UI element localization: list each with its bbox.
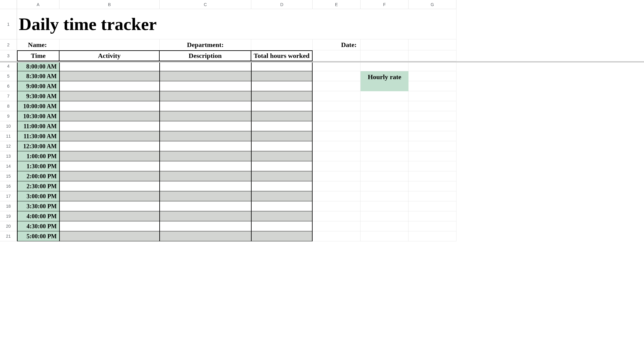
- total-hours-cell[interactable]: [251, 61, 313, 71]
- cell-F19[interactable]: [361, 211, 408, 221]
- cell-G13[interactable]: [408, 151, 456, 161]
- activity-cell[interactable]: [59, 121, 160, 131]
- total-hours-cell[interactable]: [251, 111, 313, 121]
- cell-E20[interactable]: [313, 221, 361, 231]
- cell-G20[interactable]: [408, 221, 456, 231]
- description-cell[interactable]: [160, 131, 251, 141]
- cell-G8[interactable]: [408, 101, 456, 111]
- cell-E21[interactable]: [313, 231, 361, 241]
- time-cell[interactable]: 4:00:00 PM: [17, 211, 59, 221]
- header-description[interactable]: Description: [160, 50, 251, 61]
- spreadsheet-grid[interactable]: A B C D E F G 1 Daily time tracker 2 Nam…: [0, 0, 644, 241]
- row-header-21[interactable]: 21: [0, 231, 17, 241]
- row-header-3[interactable]: 3: [0, 50, 17, 61]
- time-cell[interactable]: 3:00:00 PM: [17, 191, 59, 201]
- activity-cell[interactable]: [59, 71, 160, 81]
- time-cell[interactable]: 4:30:00 PM: [17, 221, 59, 231]
- description-cell[interactable]: [160, 81, 251, 91]
- activity-cell[interactable]: [59, 201, 160, 211]
- activity-cell[interactable]: [59, 151, 160, 161]
- time-cell[interactable]: 2:00:00 PM: [17, 171, 59, 181]
- cell-F3[interactable]: [361, 50, 408, 61]
- row-header-10[interactable]: 10: [0, 121, 17, 131]
- description-cell[interactable]: [160, 221, 251, 231]
- description-cell[interactable]: [160, 201, 251, 211]
- description-cell[interactable]: [160, 101, 251, 111]
- cell-E14[interactable]: [313, 161, 361, 171]
- select-all-corner[interactable]: [0, 0, 17, 9]
- time-cell[interactable]: 8:00:00 AM: [17, 61, 59, 71]
- cell-F2[interactable]: [361, 39, 408, 50]
- activity-cell[interactable]: [59, 191, 160, 201]
- title-cell[interactable]: Daily time tracker: [17, 9, 456, 39]
- cell-F16[interactable]: [361, 181, 408, 191]
- cell-G2[interactable]: [408, 39, 456, 50]
- activity-cell[interactable]: [59, 101, 160, 111]
- cell-E13[interactable]: [313, 151, 361, 161]
- time-cell[interactable]: 2:30:00 PM: [17, 181, 59, 191]
- cell-E19[interactable]: [313, 211, 361, 221]
- description-cell[interactable]: [160, 171, 251, 181]
- cell-G9[interactable]: [408, 111, 456, 121]
- date-label[interactable]: Date:: [313, 39, 361, 50]
- total-hours-cell[interactable]: [251, 91, 313, 101]
- total-hours-cell[interactable]: [251, 181, 313, 191]
- row-header-19[interactable]: 19: [0, 211, 17, 221]
- cell-D2[interactable]: [251, 39, 313, 50]
- row-header-1[interactable]: 1: [0, 9, 17, 39]
- total-hours-cell[interactable]: [251, 211, 313, 221]
- cell-E3[interactable]: [313, 50, 361, 61]
- description-cell[interactable]: [160, 181, 251, 191]
- cell-G18[interactable]: [408, 201, 456, 211]
- description-cell[interactable]: [160, 161, 251, 171]
- cell-G17[interactable]: [408, 191, 456, 201]
- cell-E15[interactable]: [313, 171, 361, 181]
- description-cell[interactable]: [160, 121, 251, 131]
- cell-B2[interactable]: [59, 39, 160, 50]
- cell-E17[interactable]: [313, 191, 361, 201]
- cell-F13[interactable]: [361, 151, 408, 161]
- cell-G4[interactable]: [408, 61, 456, 71]
- total-hours-cell[interactable]: [251, 121, 313, 131]
- cell-E10[interactable]: [313, 121, 361, 131]
- activity-cell[interactable]: [59, 211, 160, 221]
- cell-G3[interactable]: [408, 50, 456, 61]
- row-header-8[interactable]: 8: [0, 101, 17, 111]
- cell-G16[interactable]: [408, 181, 456, 191]
- row-header-14[interactable]: 14: [0, 161, 17, 171]
- col-header-A[interactable]: A: [17, 0, 59, 9]
- col-header-F[interactable]: F: [361, 0, 408, 9]
- total-hours-cell[interactable]: [251, 151, 313, 161]
- time-cell[interactable]: 5:00:00 PM: [17, 231, 59, 241]
- cell-E11[interactable]: [313, 131, 361, 141]
- activity-cell[interactable]: [59, 171, 160, 181]
- time-cell[interactable]: 10:00:00 AM: [17, 101, 59, 111]
- row-header-16[interactable]: 16: [0, 181, 17, 191]
- description-cell[interactable]: [160, 71, 251, 81]
- cell-F20[interactable]: [361, 221, 408, 231]
- total-hours-cell[interactable]: [251, 141, 313, 151]
- cell-F12[interactable]: [361, 141, 408, 151]
- time-cell[interactable]: 3:30:00 PM: [17, 201, 59, 211]
- description-cell[interactable]: [160, 141, 251, 151]
- description-cell[interactable]: [160, 61, 251, 71]
- cell-E7[interactable]: [313, 91, 361, 101]
- row-header-7[interactable]: 7: [0, 91, 17, 101]
- cell-E12[interactable]: [313, 141, 361, 151]
- cell-F9[interactable]: [361, 111, 408, 121]
- description-cell[interactable]: [160, 151, 251, 161]
- time-cell[interactable]: 1:00:00 PM: [17, 151, 59, 161]
- row-header-12[interactable]: 12: [0, 141, 17, 151]
- activity-cell[interactable]: [59, 141, 160, 151]
- cell-E8[interactable]: [313, 101, 361, 111]
- description-cell[interactable]: [160, 191, 251, 201]
- cell-G11[interactable]: [408, 131, 456, 141]
- row-header-18[interactable]: 18: [0, 201, 17, 211]
- description-cell[interactable]: [160, 111, 251, 121]
- cell-E18[interactable]: [313, 201, 361, 211]
- cell-F21[interactable]: [361, 231, 408, 241]
- row-header-13[interactable]: 13: [0, 151, 17, 161]
- cell-F10[interactable]: [361, 121, 408, 131]
- total-hours-cell[interactable]: [251, 81, 313, 91]
- row-header-20[interactable]: 20: [0, 221, 17, 231]
